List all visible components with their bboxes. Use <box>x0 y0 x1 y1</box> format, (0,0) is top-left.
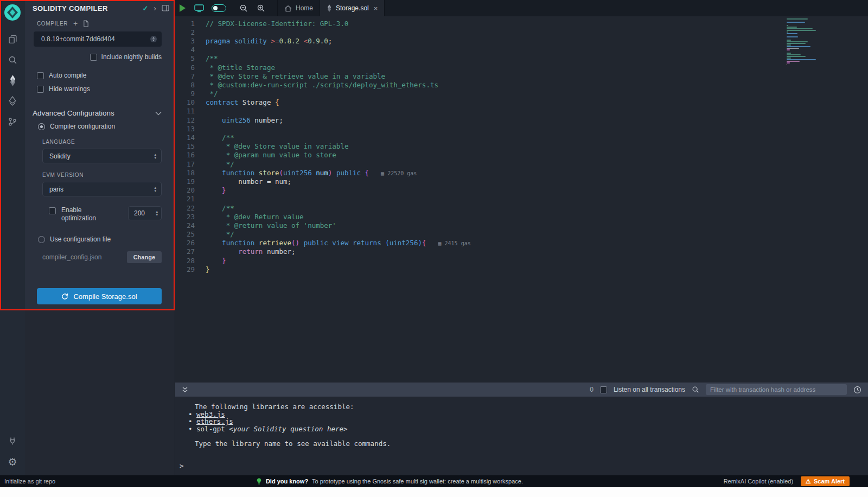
use-configuration-file-radio[interactable] <box>38 236 45 243</box>
code-line: 24 * @return value of 'number' <box>175 221 868 230</box>
line-number: 11 <box>175 107 206 115</box>
code-line: 18 function store(uint256 num) public {▦… <box>175 168 868 177</box>
line-number: 10 <box>175 98 206 106</box>
change-config-button[interactable]: Change <box>127 251 162 263</box>
copilot-toggle[interactable] <box>212 4 226 12</box>
remix-ide-app: ⚙ SOLIDITY COMPILER ✓ › COMPILER + 0.8.1… <box>0 0 868 487</box>
compiler-configuration-radio[interactable] <box>38 123 45 130</box>
language-select[interactable]: Solidity ▴▾ <box>42 149 162 163</box>
zoom-in-icon[interactable] <box>252 0 270 16</box>
code-line: 16 * @param num value to store <box>175 151 868 160</box>
file-explorer-icon[interactable] <box>0 29 25 49</box>
search-icon[interactable] <box>0 49 25 70</box>
pin-panel-icon[interactable] <box>162 5 169 11</box>
line-number: 9 <box>175 90 206 98</box>
status-bar: Initialize as git repo Did you know? To … <box>0 475 868 487</box>
chevron-right-icon[interactable]: › <box>154 4 156 12</box>
line-number: 17 <box>175 160 206 168</box>
line-number: 25 <box>175 230 206 238</box>
tip-text: To prototype using the Gnosis safe multi… <box>312 478 523 485</box>
nightly-builds-label: Include nightly builds <box>101 53 162 61</box>
play-icon <box>180 4 186 12</box>
optimization-runs-input[interactable]: 200 ▴▾ <box>128 206 162 220</box>
evm-version-label: EVM VERSION <box>42 172 175 178</box>
run-script-button[interactable] <box>175 0 190 16</box>
code-line: 8 * @custom:dev-run-script ./scripts/dep… <box>175 80 868 89</box>
advanced-configurations-title: Advanced Configurations <box>33 109 155 117</box>
code-lines: 1// SPDX-License-Identifier: GPL-3.023pr… <box>175 19 868 273</box>
terminal[interactable]: The following libraries are accessible:•… <box>175 397 868 475</box>
terminal-prompt[interactable]: > <box>175 462 868 470</box>
git-icon[interactable] <box>0 111 25 132</box>
collapse-terminal-icon[interactable] <box>182 386 188 393</box>
terminal-search-icon[interactable] <box>692 386 699 393</box>
add-compiler-icon[interactable]: + <box>73 20 78 27</box>
line-number: 23 <box>175 213 206 221</box>
clock-icon[interactable] <box>853 386 861 394</box>
deploy-run-icon[interactable] <box>0 91 25 111</box>
code-line: 12 uint256 number; <box>175 116 868 124</box>
chevron-down-icon[interactable] <box>155 111 162 116</box>
plug-icon[interactable] <box>0 431 25 451</box>
hide-warnings-label: Hide warnings <box>49 85 90 93</box>
solidity-compiler-icon[interactable] <box>0 70 25 91</box>
version-dropdown-icon <box>150 35 157 43</box>
copilot-status[interactable]: RemixAI Copilot (enabled) <box>724 478 793 485</box>
compiler-configuration-label: Compiler configuration <box>50 123 115 130</box>
code-line: 6 * @title Storage <box>175 63 868 72</box>
enable-optimization-checkbox[interactable] <box>49 207 56 214</box>
terminal-line <box>175 432 868 440</box>
listen-transactions-label: Listen on all transactions <box>614 386 685 393</box>
compile-success-icon: ✓ <box>142 4 148 12</box>
listen-transactions-checkbox[interactable] <box>600 386 607 393</box>
line-number: 29 <box>175 265 206 273</box>
home-icon <box>284 5 292 12</box>
solidity-file-icon <box>327 4 332 12</box>
scam-alert-badge[interactable]: ⚠ Scam Alert <box>801 476 850 486</box>
auto-compile-checkbox[interactable] <box>37 72 44 79</box>
transaction-count: 0 <box>590 386 593 393</box>
zoom-out-icon[interactable] <box>235 0 252 16</box>
code-line: 26 function retrieve() public view retur… <box>175 239 868 247</box>
select-arrows-icon: ▴▾ <box>154 186 156 193</box>
open-file-icon[interactable] <box>83 20 89 27</box>
code-line: 2 <box>175 28 868 36</box>
remix-ai-icon[interactable] <box>190 0 208 16</box>
transaction-filter-input[interactable] <box>706 384 847 395</box>
tab-home-label: Home <box>296 4 313 12</box>
editor-minimap[interactable] <box>787 18 816 66</box>
panel-title: SOLIDITY COMPILER <box>33 4 142 12</box>
init-git-repo-button[interactable]: Initialize as git repo <box>0 478 55 485</box>
tab-storage-sol[interactable]: Storage.sol × <box>320 0 385 16</box>
line-number: 22 <box>175 204 206 212</box>
settings-gear-icon[interactable]: ⚙ <box>0 451 25 472</box>
remix-logo[interactable] <box>4 4 21 21</box>
gas-estimate-badge: ▦ 2415 gas <box>438 240 470 246</box>
code-line: 14 /** <box>175 133 868 142</box>
line-number: 13 <box>175 125 206 133</box>
terminal-lines: The following libraries are accessible:•… <box>175 403 868 447</box>
line-number: 14 <box>175 133 206 142</box>
compile-button[interactable]: Compile Storage.sol <box>37 288 162 304</box>
code-editor[interactable]: 1// SPDX-License-Identifier: GPL-3.023pr… <box>175 16 868 371</box>
tab-home[interactable]: Home <box>277 0 320 16</box>
code-line: 11 <box>175 107 868 116</box>
code-line: 13 <box>175 124 868 133</box>
line-number: 4 <box>175 46 206 54</box>
auto-compile-label: Auto compile <box>49 72 86 79</box>
line-number: 1 <box>175 20 206 28</box>
did-you-know-label: Did you know? <box>266 478 308 485</box>
lightbulb-icon <box>256 477 262 485</box>
code-line: 23 * @dev Return value <box>175 212 868 221</box>
evm-version-select[interactable]: paris ▴▾ <box>42 182 162 196</box>
hide-warnings-checkbox[interactable] <box>37 86 44 93</box>
terminal-line: • web3.js <box>175 411 868 418</box>
select-arrows-icon: ▴▾ <box>154 153 156 160</box>
number-spinner-icon[interactable]: ▴▾ <box>156 210 158 216</box>
nightly-builds-checkbox[interactable] <box>90 54 97 61</box>
compiler-version-select[interactable]: 0.8.19+commit.7dd6d404 <box>34 31 162 47</box>
line-number: 26 <box>175 239 206 247</box>
line-number: 6 <box>175 63 206 72</box>
close-tab-icon[interactable]: × <box>374 4 378 12</box>
code-line: 20 } <box>175 186 868 195</box>
